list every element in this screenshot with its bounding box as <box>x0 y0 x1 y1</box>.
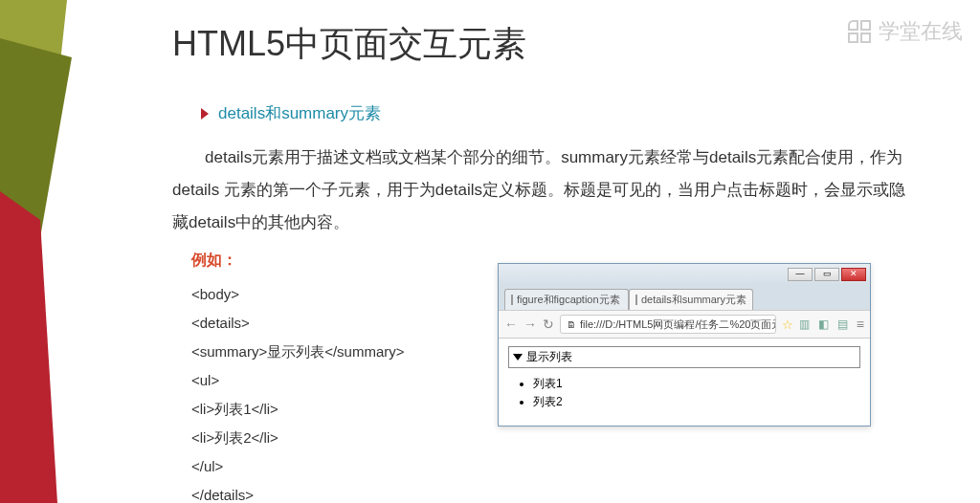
tab-label: details和summary元素 <box>641 293 746 307</box>
browser-window: — ▭ ✕ figure和figcaption元素×details和summar… <box>498 263 871 426</box>
back-button[interactable]: ← <box>504 317 518 332</box>
chevron-down-icon <box>513 354 523 361</box>
list-item: 列表2 <box>533 394 860 410</box>
description-paragraph: details元素用于描述文档或文档某个部分的细节。summary元素经常与de… <box>172 142 919 239</box>
details-list: 列表1列表2 <box>533 376 860 410</box>
favicon-icon <box>511 295 513 305</box>
extension-icon[interactable]: ▥ <box>799 317 813 331</box>
window-titlebar: — ▭ ✕ <box>499 264 870 285</box>
close-button[interactable]: ✕ <box>841 268 866 281</box>
bookmark-icon[interactable]: ☆ <box>782 317 793 332</box>
maximize-button[interactable]: ▭ <box>814 268 839 281</box>
code-line: <li>列表2</li> <box>191 424 919 452</box>
browser-tabs: figure和figcaption元素×details和summary元素× <box>499 285 870 310</box>
code-line: </ul> <box>191 452 919 481</box>
minimize-button[interactable]: — <box>788 268 813 281</box>
bullet-icon <box>201 108 209 120</box>
svg-marker-2 <box>0 191 57 503</box>
code-line: </details> <box>191 481 919 503</box>
reload-button[interactable]: ↻ <box>543 317 554 332</box>
section-link: details和summary元素 <box>218 102 381 124</box>
url-text: file:///D:/HTML5网页编程/任务二%20页面元... <box>580 317 776 332</box>
favicon-icon <box>635 295 637 305</box>
slide-decoration <box>0 0 96 503</box>
browser-toolbar: ← → ↻ 🗎 file:///D:/HTML5网页编程/任务二%20页面元..… <box>499 310 870 339</box>
browser-tab[interactable]: figure和figcaption元素× <box>504 289 629 310</box>
menu-button[interactable]: ≡ <box>857 317 864 332</box>
section-heading: details和summary元素 <box>201 102 919 124</box>
list-item: 列表1 <box>533 376 860 392</box>
page-title: HTML5中页面交互元素 <box>172 21 919 68</box>
file-icon: 🗎 <box>567 319 576 330</box>
tab-label: figure和figcaption元素 <box>517 293 620 307</box>
forward-button[interactable]: → <box>523 317 537 332</box>
summary-text: 显示列表 <box>526 349 572 365</box>
extension-icon-2[interactable]: ◧ <box>818 317 832 331</box>
extension-icon-3[interactable]: ▤ <box>837 317 851 331</box>
browser-viewport: 显示列表 列表1列表2 <box>499 339 870 426</box>
details-summary[interactable]: 显示列表 <box>508 346 860 368</box>
browser-tab[interactable]: details和summary元素× <box>629 289 753 310</box>
address-bar[interactable]: 🗎 file:///D:/HTML5网页编程/任务二%20页面元... <box>560 315 776 334</box>
